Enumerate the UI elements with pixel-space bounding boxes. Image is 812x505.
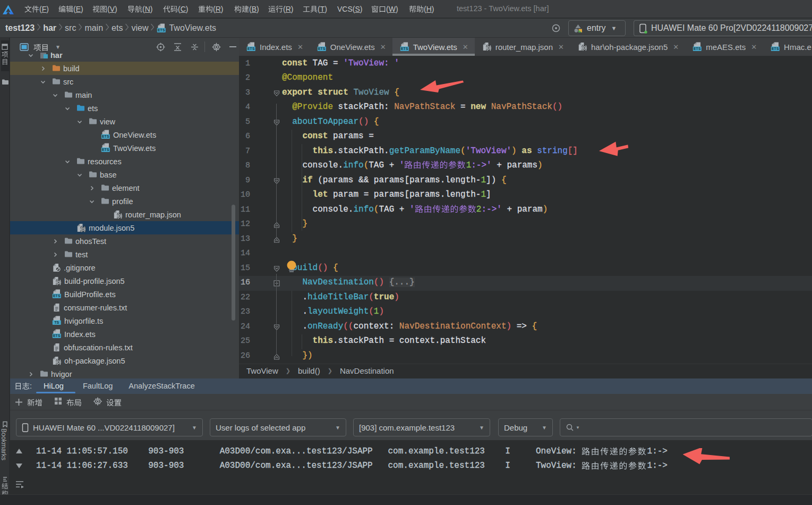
svg-text:TS: TS [54,321,59,324]
svg-text:ETS: ETS [102,148,109,152]
svg-text:ETS: ETS [772,47,779,50]
svg-text:ETS: ETS [53,294,61,298]
svg-text:ETS: ETS [53,334,61,338]
svg-text:ETS: ETS [694,47,701,50]
svg-text:ETS: ETS [102,134,109,138]
svg-text:ETS: ETS [247,47,255,50]
svg-text:ETS: ETS [158,28,165,32]
svg-text:ETS: ETS [401,47,408,50]
svg-text:ETS: ETS [318,47,326,50]
